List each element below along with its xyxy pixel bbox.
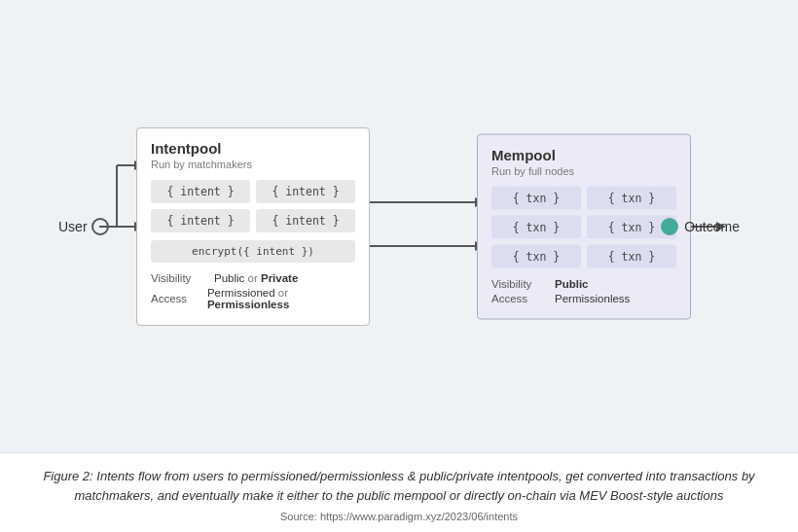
caption-area: Figure 2: Intents flow from users to per… — [0, 452, 798, 532]
txn-cell-2: { txn } — [587, 186, 676, 209]
txn-cell-5: { txn } — [491, 244, 581, 267]
outcome-circle — [661, 218, 678, 235]
diagram-area: User Intentpool Run by matchmakers { int… — [0, 0, 798, 452]
mempool-access-label: Access — [491, 292, 555, 303]
intent-cell-2: { intent } — [256, 180, 355, 203]
intentpool-visibility-label: Visibility — [151, 272, 214, 284]
user-node: User — [58, 218, 109, 235]
mempool-visibility-row: Visibility Public — [491, 277, 676, 289]
intentpool-visibility-value: Public or Private — [214, 272, 298, 284]
caption-text: Figure 2: Intents flow from users to per… — [29, 467, 769, 505]
full-layout: User Intentpool Run by matchmakers { int… — [58, 86, 740, 368]
user-label: User — [58, 219, 88, 234]
user-circle — [91, 218, 109, 235]
mempool-box: Mempool Run by full nodes { txn } { txn … — [477, 133, 691, 319]
intent-cell-3: { intent } — [151, 209, 250, 232]
intentpool-box: Intentpool Run by matchmakers { intent }… — [136, 127, 370, 326]
intentpool-access-label: Access — [151, 293, 207, 304]
main-container: User Intentpool Run by matchmakers { int… — [0, 0, 798, 532]
mempool-visibility-value: Public — [555, 277, 589, 289]
mempool-access-value: Permissionless — [555, 292, 630, 303]
mempool-subtitle: Run by full nodes — [491, 164, 676, 176]
mempool-title: Mempool — [491, 146, 676, 162]
txn-cell-6: { txn } — [587, 244, 676, 267]
txn-cell-1: { txn } — [491, 186, 581, 209]
outcome-label: Outcome — [684, 219, 740, 234]
intent-cell-1: { intent } — [151, 180, 250, 203]
mempool-access-row: Access Permissionless — [491, 292, 676, 303]
encrypt-cell: encrypt({ intent }) — [151, 240, 355, 263]
intent-cell-4: { intent } — [256, 209, 355, 232]
txn-grid: { txn } { txn } { txn } { txn } { txn } … — [491, 186, 676, 267]
mempool-visibility-label: Visibility — [491, 277, 555, 289]
intentpool-access-row: Access Permissioned or Permissionless — [151, 287, 355, 310]
intentpool-access-value: Permissioned or Permissionless — [207, 287, 355, 310]
intentpool-subtitle: Run by matchmakers — [151, 159, 355, 170]
intent-grid: { intent } { intent } { intent } { inten… — [151, 180, 355, 232]
source-text: Source: https://www.paradigm.xyz/2023/06… — [29, 511, 769, 522]
intentpool-visibility-row: Visibility Public or Private — [151, 272, 355, 284]
outcome-node: Outcome — [661, 218, 740, 235]
intentpool-title: Intentpool — [151, 140, 355, 157]
txn-cell-3: { txn } — [491, 215, 581, 238]
